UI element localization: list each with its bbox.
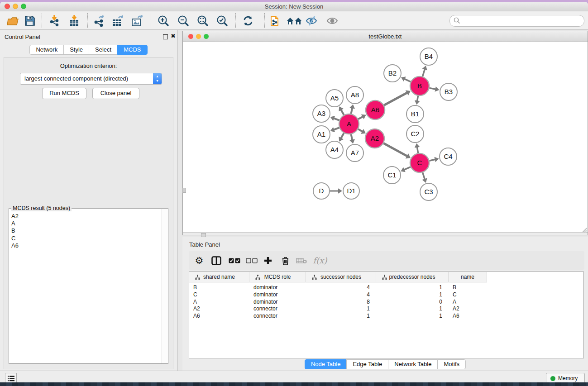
mcds-result-list[interactable]: A2ABCA6: [9, 209, 162, 363]
graph-edge-C-C1[interactable]: [404, 167, 411, 170]
graph-edge-A-A8[interactable]: [351, 107, 353, 114]
column-header-shared-name[interactable]: shared name: [189, 272, 249, 282]
run-mcds-button[interactable]: Run MCDS: [42, 88, 86, 99]
zoom-in-icon[interactable]: [157, 14, 170, 27]
graph-edge-B-B2[interactable]: [404, 79, 411, 82]
table-cell[interactable]: A: [189, 298, 249, 305]
tab-node-table[interactable]: Node Table: [305, 359, 347, 369]
table-cell[interactable]: dominator: [249, 298, 306, 305]
tab-style[interactable]: Style: [63, 45, 89, 55]
deselect-all-icon[interactable]: [244, 251, 259, 270]
import-network-icon[interactable]: [48, 14, 61, 27]
table-cell[interactable]: 8: [306, 298, 376, 305]
column-header-predecessor-nodes[interactable]: predecessor nodes: [376, 272, 449, 282]
close-panel-button[interactable]: Close panel: [92, 88, 139, 99]
open-session-icon[interactable]: [6, 14, 19, 27]
mcds-result-item[interactable]: A6: [11, 242, 162, 249]
table-cell[interactable]: 1: [306, 305, 376, 312]
graph-edge-C-C3[interactable]: [423, 172, 425, 180]
table-cell[interactable]: 1: [376, 312, 449, 319]
node-table[interactable]: shared nameMCDS rolesuccessor nodesprede…: [189, 272, 584, 358]
float-panel-icon[interactable]: [163, 34, 168, 39]
table-cell[interactable]: A: [449, 298, 487, 305]
table-cell[interactable]: 4: [306, 291, 376, 298]
table-row-A[interactable]: Adominator80A: [189, 298, 487, 305]
table-cell[interactable]: C: [449, 291, 487, 298]
table-cell[interactable]: dominator: [249, 291, 306, 298]
graph-edge-A-A5[interactable]: [341, 109, 344, 115]
tab-network-table[interactable]: Network Table: [388, 359, 438, 369]
splitter-handle[interactable]: [201, 233, 206, 237]
home-views-icon[interactable]: [286, 14, 302, 27]
table-cell[interactable]: B: [189, 284, 249, 291]
table-cell[interactable]: A6: [189, 312, 249, 319]
network-canvas[interactable]: B4B2BB3A5A8A6B1A3AC2A1A2A4A7C4CC1DD1C3: [183, 42, 588, 233]
table-row-A6[interactable]: A6connector11A6: [189, 312, 487, 319]
graph-edge-C-C4[interactable]: [429, 159, 435, 161]
table-cell[interactable]: dominator: [249, 284, 306, 291]
search-input[interactable]: [463, 16, 580, 25]
table-cell[interactable]: A2: [189, 305, 249, 312]
hide-graphics-details-icon[interactable]: [305, 14, 318, 27]
table-cell[interactable]: B: [449, 284, 487, 291]
graph-edge-A-A4[interactable]: [341, 133, 344, 139]
mcds-result-item[interactable]: B: [11, 227, 162, 234]
column-header-successor-nodes[interactable]: successor nodes: [306, 272, 376, 282]
zoom-out-icon[interactable]: [177, 14, 190, 27]
table-cell[interactable]: C: [189, 291, 249, 298]
table-cell[interactable]: connector: [249, 305, 306, 312]
export-network-icon[interactable]: [93, 14, 105, 27]
mcds-result-item[interactable]: A2: [11, 213, 162, 220]
network-window-titlebar[interactable]: testGlobe.txt: [183, 31, 588, 42]
graph-edge-A2-C[interactable]: [383, 143, 407, 157]
show-column-icon[interactable]: [209, 251, 224, 270]
graph-edge-A-A7[interactable]: [351, 134, 353, 141]
window-resize-handle[interactable]: [182, 188, 186, 193]
save-session-icon[interactable]: [24, 14, 36, 27]
table-cell[interactable]: connector: [249, 312, 306, 319]
settings-gear-icon[interactable]: ⚙: [191, 251, 207, 270]
memory-button[interactable]: Memory: [546, 373, 585, 382]
zoom-fit-icon[interactable]: [196, 14, 209, 27]
table-cell[interactable]: 4: [306, 284, 376, 291]
refresh-icon[interactable]: [242, 14, 254, 27]
select-all-icon[interactable]: [227, 251, 242, 270]
add-icon[interactable]: [260, 251, 276, 270]
table-cell[interactable]: 1: [376, 291, 449, 298]
close-panel-icon[interactable]: ✖: [171, 33, 176, 39]
criterion-select[interactable]: largest connected component (directed) ▲…: [20, 73, 162, 85]
network-graph[interactable]: B4B2BB3A5A8A6B1A3AC2A1A2A4A7C4CC1DD1C3: [183, 42, 588, 232]
graph-edge-B-B3[interactable]: [430, 88, 436, 89]
task-history-button[interactable]: [5, 373, 17, 382]
graph-edge-A-A1[interactable]: [333, 128, 339, 130]
table-cell[interactable]: 1: [376, 284, 449, 291]
graph-edge-B-B4[interactable]: [422, 69, 425, 76]
mcds-result-item[interactable]: C: [11, 235, 162, 242]
table-cell[interactable]: 0: [376, 298, 449, 305]
delete-table-icon[interactable]: [294, 251, 309, 270]
mcds-result-item[interactable]: A: [11, 220, 162, 227]
tab-network[interactable]: Network: [29, 45, 64, 55]
import-table-icon[interactable]: [68, 14, 81, 27]
table-cell[interactable]: 1: [306, 312, 376, 319]
tab-edge-table[interactable]: Edge Table: [346, 359, 388, 369]
zoom-selected-icon[interactable]: [216, 14, 229, 27]
mcds-list-scrollbar[interactable]: [162, 209, 168, 363]
function-builder-icon[interactable]: f(x): [310, 251, 330, 270]
graph-edge-A6-B[interactable]: [384, 92, 407, 105]
column-header-name[interactable]: name: [449, 272, 487, 282]
tab-select[interactable]: Select: [89, 45, 118, 55]
export-image-icon[interactable]: [131, 14, 144, 27]
network-file-icon[interactable]: [269, 14, 282, 27]
table-row-C[interactable]: Cdominator41C: [189, 291, 487, 298]
table-cell[interactable]: A2: [449, 305, 487, 312]
delete-icon[interactable]: [277, 251, 293, 270]
graph-edge-A-A3[interactable]: [333, 118, 339, 120]
table-cell[interactable]: 1: [376, 305, 449, 312]
window-resize-grip-icon[interactable]: [581, 226, 587, 234]
table-row-A2[interactable]: A2connector11A2: [189, 305, 487, 312]
column-header-MCDS-role[interactable]: MCDS role: [249, 272, 306, 282]
search-field[interactable]: [449, 15, 584, 27]
table-cell[interactable]: A6: [449, 312, 487, 319]
tab-mcds[interactable]: MCDS: [117, 45, 147, 55]
